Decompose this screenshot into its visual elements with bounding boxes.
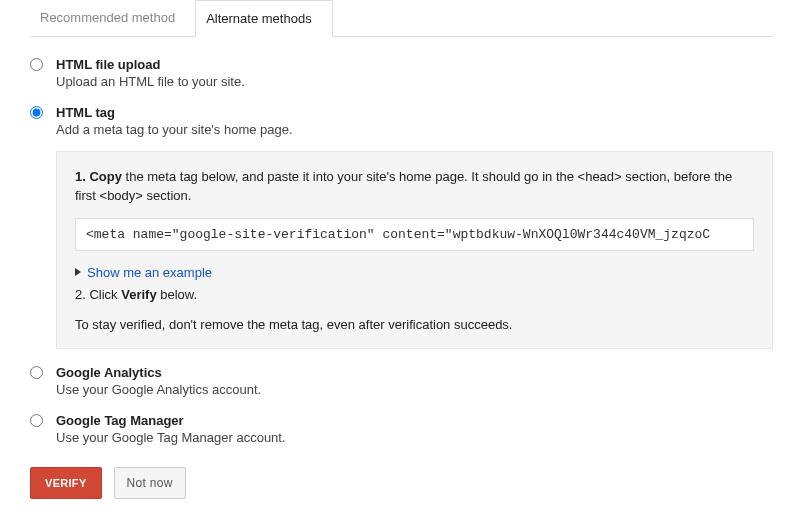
tabs-bar: Recommended method Alternate methods: [30, 0, 773, 37]
method-html-file: HTML file upload Upload an HTML file to …: [30, 57, 773, 89]
triangle-right-icon: [75, 268, 81, 276]
method-html-tag: HTML tag Add a meta tag to your site's h…: [30, 105, 773, 349]
show-example-text: Show me an example: [87, 265, 212, 280]
method-tag-manager: Google Tag Manager Use your Google Tag M…: [30, 413, 773, 445]
method-title-html-file: HTML file upload: [56, 57, 773, 72]
radio-html-file[interactable]: [30, 58, 43, 71]
tab-recommended[interactable]: Recommended method: [30, 0, 195, 36]
step2-text: 2. Click Verify below.: [75, 286, 754, 305]
html-tag-details: 1. Copy the meta tag below, and paste it…: [56, 151, 773, 349]
method-title-html-tag: HTML tag: [56, 105, 773, 120]
method-analytics: Google Analytics Use your Google Analyti…: [30, 365, 773, 397]
meta-tag-code[interactable]: <meta name="google-site-verification" co…: [75, 218, 754, 251]
verification-note: To stay verified, don't remove the meta …: [75, 317, 754, 332]
radio-analytics[interactable]: [30, 366, 43, 379]
method-title-analytics: Google Analytics: [56, 365, 773, 380]
method-desc-html-tag: Add a meta tag to your site's home page.: [56, 122, 773, 137]
not-now-button[interactable]: Not now: [114, 467, 186, 499]
tab-alternate[interactable]: Alternate methods: [195, 0, 333, 37]
show-example-link[interactable]: Show me an example: [75, 265, 212, 280]
radio-html-tag[interactable]: [30, 106, 43, 119]
method-desc-tag-manager: Use your Google Tag Manager account.: [56, 430, 773, 445]
method-desc-analytics: Use your Google Analytics account.: [56, 382, 773, 397]
verify-button[interactable]: VERIFY: [30, 467, 102, 499]
action-row: VERIFY Not now: [30, 467, 773, 499]
step1-text: 1. Copy the meta tag below, and paste it…: [75, 168, 754, 206]
method-desc-html-file: Upload an HTML file to your site.: [56, 74, 773, 89]
radio-tag-manager[interactable]: [30, 414, 43, 427]
method-title-tag-manager: Google Tag Manager: [56, 413, 773, 428]
